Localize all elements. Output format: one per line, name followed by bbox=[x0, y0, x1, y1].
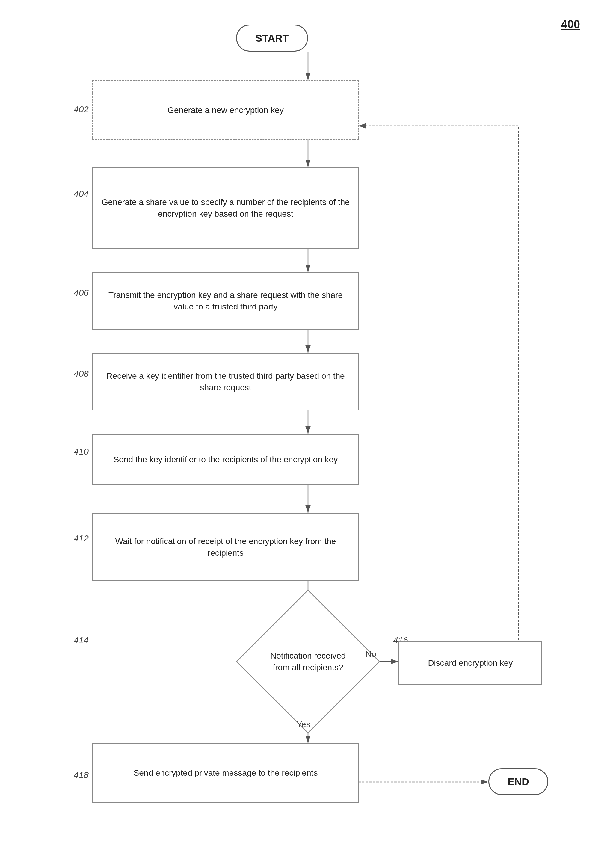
start-terminal: START bbox=[236, 25, 308, 52]
process-box-404: Generate a share value to specify a numb… bbox=[92, 167, 359, 249]
process-box-408: Receive a key identifier from the truste… bbox=[92, 353, 359, 410]
yes-label: Yes bbox=[297, 720, 310, 729]
step-418-text: Send encrypted private message to the re… bbox=[134, 767, 318, 779]
process-box-418: Send encrypted private message to the re… bbox=[92, 743, 359, 803]
step-label-404: 404 bbox=[74, 189, 89, 199]
step-406-text: Transmit the encryption key and a share … bbox=[99, 289, 352, 313]
step-label-418: 418 bbox=[74, 770, 89, 780]
step-label-414: 414 bbox=[74, 635, 89, 645]
step-402-text: Generate a new encryption key bbox=[167, 104, 284, 116]
process-box-412: Wait for notification of receipt of the … bbox=[92, 513, 359, 581]
diagram-container: 400 bbox=[0, 0, 616, 850]
step-404-text: Generate a share value to specify a numb… bbox=[99, 196, 352, 220]
process-box-410: Send the key identifier to the recipient… bbox=[92, 434, 359, 485]
step-412-text: Wait for notification of receipt of the … bbox=[99, 536, 352, 559]
process-box-416: Discard encryption key bbox=[398, 641, 542, 685]
step-label-410: 410 bbox=[74, 446, 89, 456]
process-box-406: Transmit the encryption key and a share … bbox=[92, 272, 359, 329]
start-label: START bbox=[256, 32, 289, 44]
step-label-408: 408 bbox=[74, 368, 89, 379]
step-416-text: Discard encryption key bbox=[428, 657, 513, 669]
step-408-text: Receive a key identifier from the truste… bbox=[99, 370, 352, 394]
step-label-412: 412 bbox=[74, 533, 89, 543]
diagram-number: 400 bbox=[561, 18, 580, 31]
step-410-text: Send the key identifier to the recipient… bbox=[114, 453, 338, 465]
end-label: END bbox=[508, 776, 529, 788]
diamond-414-text: Notification received from all recipient… bbox=[266, 650, 350, 673]
step-label-402: 402 bbox=[74, 104, 89, 114]
end-terminal: END bbox=[488, 768, 548, 795]
process-box-402: Generate a new encryption key bbox=[92, 80, 359, 140]
step-label-406: 406 bbox=[74, 287, 89, 298]
diamond-container-414: Notification received from all recipient… bbox=[206, 608, 410, 715]
no-label: No bbox=[366, 649, 376, 659]
